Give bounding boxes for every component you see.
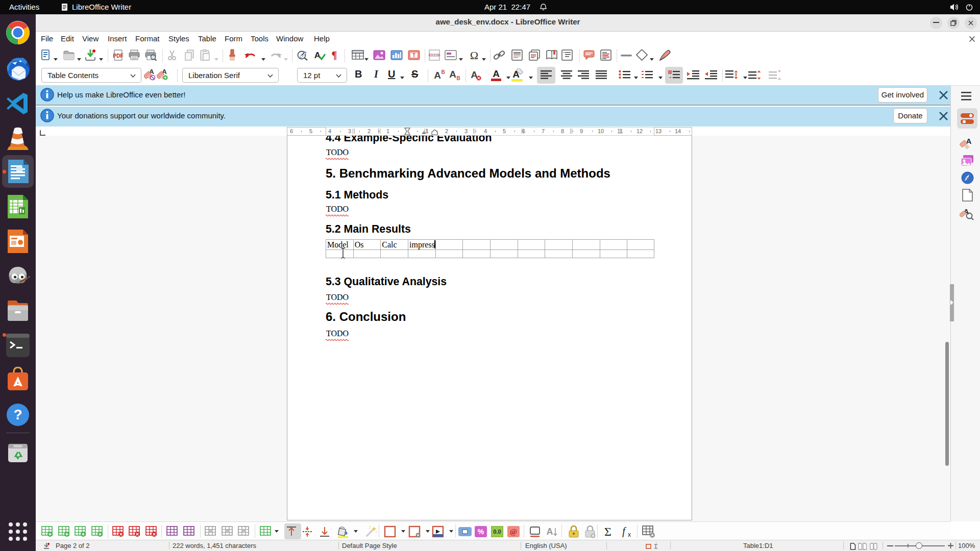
svg-text:A: A xyxy=(314,51,321,60)
svg-text:B: B xyxy=(441,69,445,75)
svg-text:A: A xyxy=(434,70,441,81)
svg-text:?: ? xyxy=(13,407,22,422)
svg-text:¶: ¶ xyxy=(332,49,337,61)
svg-text:A: A xyxy=(493,68,500,79)
svg-text:f: f xyxy=(622,525,626,537)
svg-text:A: A xyxy=(449,69,456,80)
svg-text:A: A xyxy=(966,137,972,145)
svg-text:PDF: PDF xyxy=(113,53,124,59)
svg-text:A: A xyxy=(547,527,553,537)
svg-text:@: @ xyxy=(510,528,517,536)
svg-text:%: % xyxy=(478,528,484,536)
svg-text:x: x xyxy=(628,531,631,538)
svg-text:0.0: 0.0 xyxy=(493,529,501,535)
svg-text:Ω: Ω xyxy=(470,49,478,61)
svg-text:T: T xyxy=(412,53,415,58)
svg-text:B: B xyxy=(456,76,460,81)
svg-text:Σ: Σ xyxy=(604,525,611,538)
